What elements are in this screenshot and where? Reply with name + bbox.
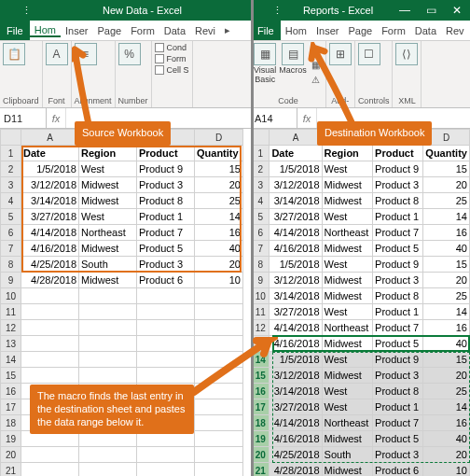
table-row[interactable]: 18 4/14/2018NortheastProduct 716 [252,415,470,431]
row-header[interactable]: 2 [1,161,21,177]
visual-basic-icon[interactable]: ▦ [254,43,276,65]
table-row[interactable]: 5 3/27/2018WestProduct 114 [252,209,470,225]
row-header[interactable]: 19 [252,431,270,447]
table-row[interactable]: 19 4/16/2018MidwestProduct 540 [252,431,470,447]
maximize-icon[interactable]: ▭ [418,4,444,17]
row-header[interactable]: 3 [1,177,21,193]
tab-page[interactable]: Page [343,25,377,36]
table-row[interactable]: 3 3/12/2018MidwestProduct 320 [252,177,470,193]
window-titlebar[interactable]: ⋮ Reports - Excel — ▭ ✕ [251,0,470,21]
ribbon-group-xml[interactable]: ⟨⟩ XML [393,41,422,107]
row-header[interactable]: 10 [1,288,21,304]
row-header[interactable]: 19 [1,431,21,447]
name-box[interactable]: A14 [251,108,297,128]
tab-data[interactable]: Data [159,25,190,36]
tab-formulas[interactable]: Form [377,25,410,36]
row-header[interactable]: 17 [1,399,21,415]
col-header[interactable]: A [21,130,79,146]
table-row[interactable]: 6 4/14/2018NortheastProduct 716 [252,225,470,241]
ribbon-group-font[interactable]: A Font [43,41,72,107]
tab-data[interactable]: Data [410,25,441,36]
table-row[interactable]: 9 3/12/2018MidwestProduct 320 [252,273,470,288]
row-header[interactable]: 17 [252,399,270,415]
row-header[interactable]: 21 [252,463,270,477]
row-header[interactable]: 1 [1,146,21,161]
table-row[interactable]: 8 4/25/2018SouthProduct 320 [1,257,243,273]
table-row[interactable]: 21 [1,463,243,477]
col-header[interactable]: D [195,130,243,146]
tab-formulas[interactable]: Form [126,25,159,36]
ribbon-group-number[interactable]: % Number [116,41,152,107]
table-row[interactable]: 10 3/14/2018MidwestProduct 825 [252,288,470,304]
macros-icon[interactable]: ▤ [282,43,304,65]
table-row[interactable]: 2 1/5/2018WestProduct 915 [1,161,243,177]
row-header[interactable]: 9 [1,273,21,288]
row-header[interactable]: 3 [252,177,270,193]
window-titlebar[interactable]: ⋮ New Data - Excel [0,0,251,21]
row-header[interactable]: 5 [1,209,21,225]
row-header[interactable]: 11 [1,304,21,320]
row-header[interactable]: 4 [1,193,21,209]
table-row[interactable]: 4 3/14/2018MidwestProduct 825 [252,193,470,209]
quick-access-menu[interactable]: ⋮ [19,5,34,17]
tab-insert[interactable]: Inser [61,25,92,36]
row-header[interactable]: 14 [1,352,21,368]
table-row[interactable]: 12 4/14/2018NortheastProduct 716 [252,320,470,336]
table-row[interactable]: 13 4/16/2018MidwestProduct 540 [252,336,470,352]
tabs-more-icon[interactable]: ▸ [220,24,235,36]
tab-file[interactable]: File [251,21,281,40]
fx-icon[interactable]: fx [47,113,65,124]
ribbon-group-clipboard[interactable]: 📋 Clipboard [0,41,43,107]
quick-access-menu[interactable]: ⋮ [270,5,284,17]
table-row[interactable]: 5 3/27/2018WestProduct 114 [1,209,243,225]
name-box[interactable]: D11 [0,108,47,128]
table-row[interactable]: 20 4/25/2018SouthProduct 320 [252,447,470,463]
row-header[interactable]: 18 [1,415,21,431]
row-header[interactable]: 16 [1,384,21,399]
row-header[interactable]: 8 [252,257,270,273]
table-row[interactable]: 7 4/16/2018MidwestProduct 540 [1,241,243,257]
tab-review[interactable]: Rev [441,25,469,36]
table-row[interactable]: 20 [1,447,243,463]
table-row[interactable]: 6 4/14/2018NortheastProduct 716 [1,225,243,241]
minimize-icon[interactable]: — [392,4,418,17]
table-row[interactable]: 7 4/16/2018MidwestProduct 540 [252,241,470,257]
row-header[interactable]: 12 [1,320,21,336]
row-header[interactable]: 6 [252,225,270,241]
row-header[interactable]: 4 [252,193,270,209]
ribbon-group-styles[interactable]: Cond Form Cell S [152,41,193,107]
table-row[interactable]: 8 1/5/2018WestProduct 915 [252,257,470,273]
table-row[interactable]: 14 1/5/2018WestProduct 915 [252,352,470,368]
table-row[interactable]: 4 3/14/2018MidwestProduct 825 [1,193,243,209]
paste-icon[interactable]: 📋 [3,43,25,65]
window-divider[interactable] [251,0,254,476]
tab-insert[interactable]: Inser [311,25,343,36]
close-icon[interactable]: ✕ [444,4,470,17]
row-header[interactable]: 18 [252,415,270,431]
row-header[interactable]: 5 [252,209,270,225]
row-header[interactable]: 2 [252,161,270,177]
table-row[interactable]: 3 3/12/2018MidwestProduct 320 [1,177,243,193]
row-header[interactable]: 1 [252,146,270,161]
tab-home[interactable]: Hom [281,25,311,36]
row-header[interactable]: 7 [1,241,21,257]
xml-icon[interactable]: ⟨⟩ [395,43,418,65]
table-row[interactable]: 17 3/27/2018WestProduct 114 [252,399,470,415]
row-header[interactable]: 15 [1,368,21,384]
row-header[interactable]: 6 [1,225,21,241]
tab-page[interactable]: Page [92,25,126,36]
percent-icon[interactable]: % [118,43,141,65]
table-row[interactable]: 11 3/27/2018WestProduct 114 [252,304,470,320]
row-header[interactable]: 21 [1,463,21,477]
tab-review[interactable]: Revi [190,25,220,36]
font-icon[interactable]: A [46,43,68,65]
row-header[interactable]: 8 [1,257,21,273]
row-header[interactable]: 20 [1,447,21,463]
table-row[interactable]: 15 3/12/2018MidwestProduct 320 [252,368,470,384]
row-header[interactable]: 13 [1,336,21,352]
worksheet[interactable]: ABCD1 DateRegionProductQuantity2 1/5/201… [251,129,470,476]
col-header[interactable]: A [270,130,322,146]
table-row[interactable]: 16 3/14/2018WestProduct 825 [252,384,470,399]
table-row[interactable]: 2 1/5/2018WestProduct 915 [252,161,470,177]
row-header[interactable]: 7 [252,241,270,257]
